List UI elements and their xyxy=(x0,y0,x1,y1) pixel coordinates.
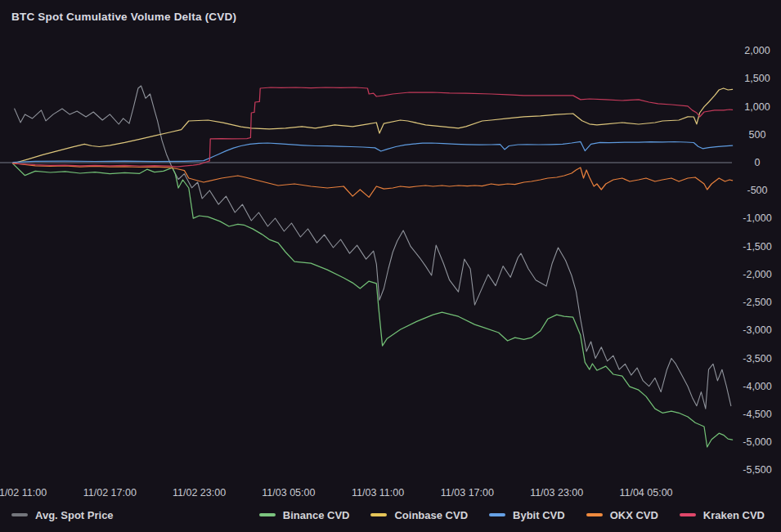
x-tick-label: 11/03 17:00 xyxy=(441,487,494,498)
series-line-bybit-cvd xyxy=(13,141,733,162)
y-tick-label: 0 xyxy=(755,157,761,168)
x-tick-label: 11/03 11:00 xyxy=(352,487,404,498)
legend-label: OKX CVD xyxy=(610,509,658,521)
y-tick-label: -500 xyxy=(747,185,767,196)
y-tick-label: 1,000 xyxy=(744,101,770,113)
y-tick-label: -5,500 xyxy=(743,464,771,476)
y-tick-label: -3,500 xyxy=(743,353,771,364)
x-tick-label: 11/03 05:00 xyxy=(262,487,315,498)
y-tick-label: -1,500 xyxy=(743,241,771,253)
y-tick-label: -1,000 xyxy=(743,212,771,224)
series-line-coinbase-cvd xyxy=(13,88,733,163)
x-tick-label: 11/04 05:00 xyxy=(619,487,672,498)
series-line-binance-cvd xyxy=(13,163,733,447)
legend-item-binance-cvd[interactable]: Binance CVD xyxy=(259,509,350,521)
y-tick-label: 500 xyxy=(749,129,766,141)
series-line-okx-cvd xyxy=(13,163,733,198)
series-line-avg-spot-price xyxy=(15,86,731,409)
legend-group-left: Avg. Spot Price xyxy=(11,509,114,521)
y-tick-label: 2,000 xyxy=(744,45,770,56)
cvd-chart-panel: BTC Spot Cumulative Volume Delta (CVD) 2… xyxy=(0,0,781,532)
legend-swatch xyxy=(489,513,505,517)
legend-item-kraken-cvd[interactable]: Kraken CVD xyxy=(680,509,765,521)
y-tick-label: 1,500 xyxy=(744,73,770,84)
x-tick-label: 11/03 23:00 xyxy=(530,487,583,498)
legend-label: Kraken CVD xyxy=(703,509,765,521)
y-tick-label: -4,500 xyxy=(743,409,771,420)
y-tick-label: -2,500 xyxy=(743,297,771,308)
legend-group-right: Binance CVDCoinbase CVDBybit CVDOKX CVDK… xyxy=(259,509,765,521)
legend-label: Bybit CVD xyxy=(513,509,565,521)
x-tick-label: 11/02 23:00 xyxy=(173,487,226,498)
legend-item-avg-spot-price[interactable]: Avg. Spot Price xyxy=(11,509,114,521)
legend-item-bybit-cvd[interactable]: Bybit CVD xyxy=(489,509,565,521)
legend-label: Binance CVD xyxy=(283,509,350,521)
legend-swatch xyxy=(586,513,603,517)
cvd-chart-plot-area[interactable] xyxy=(0,0,781,532)
x-tick-label: 11/02 11:00 xyxy=(0,487,47,498)
legend-item-okx-cvd[interactable]: OKX CVD xyxy=(586,509,658,521)
legend-swatch xyxy=(11,513,28,517)
legend-swatch xyxy=(370,513,387,517)
series-line-kraken-cvd xyxy=(13,87,733,167)
legend-label: Coinbase CVD xyxy=(394,509,468,521)
legend-swatch xyxy=(259,513,276,517)
legend-label: Avg. Spot Price xyxy=(35,509,114,521)
y-tick-label: -5,000 xyxy=(743,436,771,448)
chart-legend: Avg. Spot Price Binance CVDCoinbase CVDB… xyxy=(0,503,781,526)
y-tick-label: -3,000 xyxy=(743,324,771,336)
x-tick-label: 11/02 17:00 xyxy=(83,487,137,498)
legend-item-coinbase-cvd[interactable]: Coinbase CVD xyxy=(370,509,468,521)
y-tick-label: -4,000 xyxy=(743,381,771,392)
legend-swatch xyxy=(680,513,696,517)
y-tick-label: -2,000 xyxy=(743,269,771,280)
